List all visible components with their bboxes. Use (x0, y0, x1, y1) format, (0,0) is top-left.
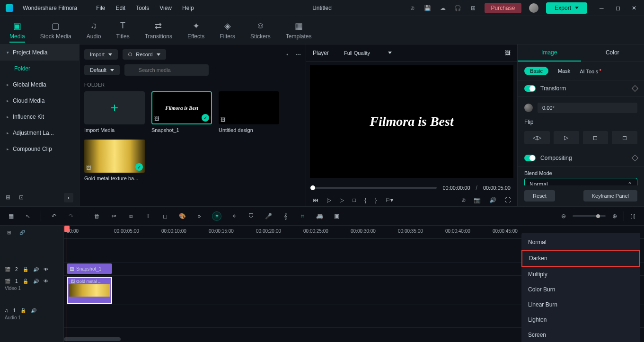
pointer-icon[interactable]: ↖ (24, 213, 32, 219)
playhead[interactable] (67, 226, 67, 342)
mark-out-button[interactable]: } (375, 197, 377, 203)
filter-icon[interactable]: ⫞ (286, 51, 289, 58)
sidebar-item[interactable]: ▸Cloud Media (0, 93, 79, 109)
layout-icon[interactable]: ▦ (7, 213, 15, 219)
apps-icon[interactable]: ⊞ (469, 4, 477, 12)
clip-snapshot[interactable]: 🖼 Snapshot_1 (67, 263, 112, 274)
display-icon[interactable]: ⎚ (462, 197, 465, 203)
sidebar-folder[interactable]: Folder (0, 61, 79, 77)
visibility-icon[interactable]: 👁 (44, 267, 48, 272)
crop-icon[interactable]: ⧈ (127, 213, 135, 219)
link-icon[interactable]: 🔗 (18, 230, 26, 235)
mark-in-button[interactable]: { (364, 197, 366, 203)
shield-icon[interactable]: ⛉ (247, 213, 256, 219)
menu-tools[interactable]: Tools (136, 5, 149, 11)
cloud-icon[interactable]: ☁ (439, 4, 447, 12)
subtab-basic[interactable]: Basic (524, 67, 548, 75)
maximize-icon[interactable]: ◻ (616, 5, 622, 11)
collapse-sidebar-button[interactable]: ‹ (64, 193, 73, 202)
mute-icon[interactable]: 🔊 (31, 308, 36, 313)
media-thumb[interactable]: Filmora is Best🖼✓Snapshot_1 (151, 91, 212, 133)
quality-dropdown[interactable]: Full Quality (338, 48, 397, 58)
tool-tab-templates[interactable]: ▦Templates (286, 21, 312, 40)
sidebar-item[interactable]: ▸Global Media (0, 77, 79, 93)
record-dropdown[interactable]: Record (123, 49, 166, 60)
blend-option[interactable]: Multiply (521, 267, 640, 282)
menu-edit[interactable]: Edit (116, 5, 126, 11)
keyframe-diamond-icon[interactable] (632, 155, 638, 161)
magnet-icon[interactable]: ⌗ (298, 213, 307, 219)
track-add-icon[interactable]: ⊞ (5, 230, 13, 235)
tool-tab-media[interactable]: ▣Media (9, 21, 25, 43)
frame-icon[interactable]: ◻ (161, 213, 169, 219)
blend-option[interactable]: Lighten (521, 312, 640, 327)
ai-button[interactable]: ✦ (212, 211, 221, 221)
tool-tab-stock[interactable]: ▢Stock Media (40, 21, 71, 40)
sort-dropdown[interactable]: Default (84, 65, 120, 75)
rotate-cw-button[interactable]: ◻ (583, 131, 609, 144)
lock-icon[interactable]: 🔓 (20, 308, 26, 313)
device-icon[interactable]: ⎚ (409, 4, 416, 12)
marker-tool-icon[interactable]: ▣ (332, 213, 341, 219)
transform-toggle[interactable] (524, 85, 536, 92)
marker-dropdown[interactable]: ⚐▾ (385, 197, 393, 203)
tool-tab-trans[interactable]: ⇄Transitions (145, 21, 172, 40)
sidebar-item[interactable]: ▸Compound Clip (0, 141, 79, 157)
sidebar-item[interactable]: ▸Influence Kit (0, 109, 79, 125)
tool-tab-titles[interactable]: TTitles (116, 21, 129, 40)
blend-option[interactable]: Linear Burn (521, 297, 640, 312)
next-frame-button[interactable]: ▷ (340, 197, 344, 203)
export-button[interactable]: Export (546, 2, 587, 14)
more-tools-icon[interactable]: » (195, 213, 203, 219)
volume-icon[interactable]: 🔊 (489, 197, 496, 203)
zoom-out-button[interactable]: ⊖ (559, 213, 568, 219)
tool-tab-audio[interactable]: ♫Audio (87, 21, 101, 40)
stop-button[interactable]: □ (353, 197, 356, 203)
blend-option[interactable]: Normal (521, 235, 640, 250)
close-icon[interactable]: ✕ (632, 5, 638, 11)
new-folder-icon[interactable]: ⊞ (6, 194, 13, 202)
sidebar-project-media[interactable]: ▾ Project Media (0, 44, 79, 61)
media-thumb[interactable]: 🖼✓Gold metal texture ba... (84, 140, 145, 181)
progress-bar[interactable] (313, 187, 437, 189)
music-icon[interactable]: 𝄞 (281, 213, 290, 219)
blend-option[interactable]: Darken (521, 250, 640, 267)
menu-view[interactable]: View (159, 5, 172, 11)
snapshot-icon[interactable]: 🖼 (505, 50, 511, 56)
rotate-ccw-button[interactable]: ◻ (612, 131, 637, 144)
timeline-options-icon[interactable]: ⫿⫿ (629, 213, 637, 219)
headphones-icon[interactable]: 🎧 (454, 4, 462, 12)
tool-tab-effects[interactable]: ✦Effects (187, 21, 204, 40)
lock-icon[interactable]: 🔓 (23, 267, 28, 272)
mute-icon[interactable]: 🔊 (33, 267, 39, 272)
mic-icon[interactable]: 🎤 (264, 213, 273, 219)
camera-icon[interactable]: 📷 (474, 197, 481, 203)
media-thumb[interactable]: 🖼Untitled design (219, 91, 279, 133)
compositing-toggle[interactable] (524, 155, 536, 161)
prev-frame-button[interactable]: ⏮ (313, 197, 318, 203)
flip-h-button[interactable]: ◁▷ (524, 131, 550, 144)
cut-icon[interactable]: ✂ (110, 213, 118, 219)
media-thumb[interactable]: +Import Media (84, 91, 145, 133)
menu-file[interactable]: File (96, 5, 105, 11)
subtab-ai-tools[interactable]: AI Tools● (580, 68, 601, 74)
search-input[interactable] (124, 64, 209, 76)
zoom-in-button[interactable]: ⊕ (610, 213, 619, 219)
new-bin-icon[interactable]: ⊡ (19, 194, 26, 202)
avatar[interactable] (529, 3, 538, 13)
more-icon[interactable]: ⋯ (295, 51, 301, 58)
minimize-icon[interactable]: ─ (600, 5, 606, 11)
color-icon[interactable]: 🎨 (178, 213, 186, 219)
lock-icon[interactable]: 🔓 (23, 279, 28, 284)
rotation-input[interactable] (538, 103, 637, 113)
sidebar-item[interactable]: ▸Adjustment La... (0, 125, 79, 141)
tool-tab-filters[interactable]: ◈Filters (220, 21, 235, 40)
redo-icon[interactable]: ↷ (67, 213, 75, 219)
zoom-slider[interactable] (573, 215, 606, 217)
rotation-knob[interactable] (524, 104, 533, 112)
text-icon[interactable]: T (144, 213, 152, 219)
clip-gold-metal[interactable]: 🖼Gold metal ... (67, 277, 112, 304)
import-dropdown[interactable]: Import (84, 49, 118, 60)
mute-icon[interactable]: 🔊 (33, 279, 39, 284)
blend-option[interactable]: Screen (521, 327, 640, 342)
